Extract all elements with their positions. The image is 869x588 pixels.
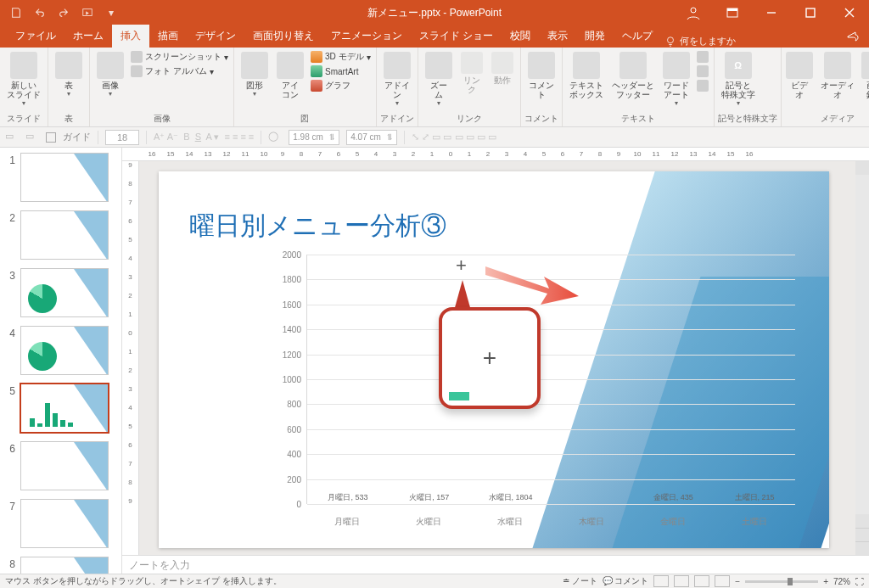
- callout-tail: [454, 280, 471, 311]
- reading-view-button[interactable]: [694, 575, 709, 587]
- chart-button[interactable]: グラフ: [309, 79, 373, 92]
- minimize-button[interactable]: [752, 0, 791, 25]
- slide-number-button[interactable]: [695, 64, 710, 78]
- photo-album-button[interactable]: フォト アルバム ▾: [129, 64, 230, 78]
- audio-button[interactable]: オーディオ: [816, 50, 859, 101]
- thumb-row[interactable]: 7: [0, 494, 121, 552]
- scroll-thumb[interactable]: [855, 175, 869, 514]
- tab-design[interactable]: デザイン: [187, 25, 244, 48]
- link-button[interactable]: リン ク: [457, 50, 486, 96]
- align-right-icon[interactable]: ▭: [25, 131, 39, 144]
- zoom-in-button[interactable]: +: [823, 577, 828, 586]
- undo-icon[interactable]: [31, 3, 49, 22]
- thumb-row[interactable]: 4: [0, 321, 121, 378]
- equation-button[interactable]: Ω記号と 特殊文字▾: [718, 50, 759, 109]
- thumb-row[interactable]: 5: [0, 378, 121, 436]
- thumbnail[interactable]: [20, 210, 109, 260]
- redo-icon[interactable]: [54, 3, 73, 22]
- prev-slide-icon[interactable]: [855, 528, 869, 541]
- normal-view-button[interactable]: [653, 575, 669, 587]
- comment-button[interactable]: コメン ト: [524, 50, 558, 101]
- autosave-icon[interactable]: [7, 3, 25, 22]
- slideshow-view-button[interactable]: [715, 575, 730, 587]
- thumbnail[interactable]: [20, 557, 109, 574]
- thumb-row[interactable]: 1: [0, 148, 121, 205]
- thumb-row[interactable]: 2: [0, 205, 121, 263]
- date-time-icon: [697, 51, 709, 63]
- object-button[interactable]: [695, 79, 710, 92]
- new-slide-button[interactable]: 新しい スライド▾: [3, 50, 44, 109]
- tab-review[interactable]: 校閲: [502, 25, 539, 48]
- thumb-row[interactable]: 6: [0, 436, 121, 494]
- wordart-button[interactable]: ワード アート▾: [659, 50, 693, 109]
- tab-slideshow[interactable]: スライド ショー: [411, 25, 502, 48]
- zoom-button[interactable]: ズー ム▾: [422, 50, 456, 109]
- scroll-up-icon[interactable]: [855, 161, 869, 175]
- tab-transitions[interactable]: 画面切り替え: [244, 25, 322, 48]
- textbox-button[interactable]: テキスト ボックス: [566, 50, 607, 101]
- icons-button[interactable]: アイ コン: [273, 50, 307, 101]
- thumbnail[interactable]: [20, 326, 109, 375]
- thumbnail[interactable]: [20, 441, 109, 490]
- ribbon-display-icon[interactable]: [713, 0, 752, 25]
- zoom-out-button[interactable]: −: [735, 577, 740, 586]
- share-icon[interactable]: [845, 29, 861, 46]
- table-button[interactable]: 表▾: [52, 50, 86, 99]
- start-from-beginning-icon[interactable]: [78, 3, 97, 22]
- vertical-scrollbar[interactable]: [855, 161, 869, 555]
- tab-animations[interactable]: アニメーション: [322, 25, 411, 48]
- shapes-button[interactable]: 図形▾: [238, 50, 272, 99]
- account-icon[interactable]: [674, 0, 713, 25]
- guide-checkbox[interactable]: [46, 132, 56, 143]
- shape-height-field[interactable]: 4.07 cm⥮: [346, 130, 397, 145]
- link-icon: [461, 52, 483, 74]
- close-button[interactable]: [830, 0, 869, 25]
- omega-icon: Ω: [725, 52, 752, 79]
- thumb-row[interactable]: 8: [0, 552, 121, 574]
- group-media: ビデオ オーディオ 画面 録画 メディア: [782, 48, 869, 126]
- video-button[interactable]: ビデオ: [785, 50, 815, 101]
- notes-pane[interactable]: ノートを入力: [122, 555, 869, 574]
- next-slide-icon[interactable]: [855, 541, 869, 555]
- maximize-button[interactable]: [791, 0, 830, 25]
- fit-to-window-button[interactable]: ⛶: [855, 577, 864, 586]
- smartart-button[interactable]: SmartArt: [309, 64, 373, 78]
- action-button[interactable]: 動作: [488, 50, 517, 87]
- pictures-button[interactable]: 画像▾: [93, 50, 127, 99]
- header-footer-button[interactable]: ヘッダーと フッター: [608, 50, 658, 101]
- tab-help[interactable]: ヘルプ: [614, 25, 661, 48]
- tab-view[interactable]: 表示: [539, 25, 576, 48]
- 3d-models-button[interactable]: 3D モデル ▾: [309, 50, 373, 64]
- thumbnail[interactable]: [20, 499, 109, 548]
- addins-button[interactable]: アドイ ン▾: [380, 50, 414, 109]
- comments-toggle[interactable]: 💬 コメント: [603, 575, 649, 587]
- zoom-slider[interactable]: [745, 580, 818, 583]
- notes-toggle[interactable]: ≐ ノート: [563, 575, 597, 587]
- qat-more-icon[interactable]: ▾: [102, 3, 121, 22]
- shape-bucket-icon[interactable]: ◯: [268, 131, 282, 144]
- tab-developer[interactable]: 開発: [576, 25, 614, 48]
- slide-canvas[interactable]: 曜日別メニュー分析③ 02004006008001000120014001600…: [139, 161, 855, 555]
- tab-home[interactable]: ホーム: [64, 25, 112, 48]
- scroll-down-icon[interactable]: [855, 514, 869, 528]
- ribbon-tabs: ファイル ホーム 挿入 描画 デザイン 画面切り替え アニメーション スライド …: [0, 25, 869, 48]
- tab-insert[interactable]: 挿入: [112, 25, 149, 48]
- screenshot-button[interactable]: スクリーンショット ▾: [129, 50, 230, 64]
- tab-draw[interactable]: 描画: [149, 25, 187, 48]
- tell-me[interactable]: 何をしますか: [664, 35, 736, 48]
- slide-thumbnails[interactable]: 12345678: [0, 148, 122, 574]
- group-slides: 新しい スライド▾ スライド: [0, 48, 48, 126]
- align-left-icon[interactable]: ▭: [5, 131, 19, 144]
- icons-icon: [277, 52, 304, 79]
- header-footer-icon: [620, 52, 647, 79]
- shape-width-field[interactable]: 1.98 cm⥮: [289, 130, 339, 145]
- sorter-view-button[interactable]: [674, 575, 689, 587]
- thumbnail[interactable]: [20, 268, 109, 317]
- thumbnail[interactable]: [20, 384, 109, 433]
- font-size-field[interactable]: 18: [105, 130, 139, 145]
- thumbnail[interactable]: [20, 153, 109, 202]
- tab-file[interactable]: ファイル: [7, 25, 64, 48]
- date-time-button[interactable]: [695, 50, 710, 64]
- thumb-row[interactable]: 3: [0, 263, 121, 321]
- screen-recording-button[interactable]: 画面 録画: [861, 50, 869, 101]
